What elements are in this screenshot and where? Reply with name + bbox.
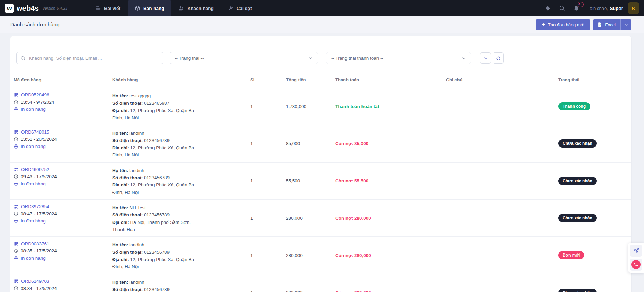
- search-input[interactable]: [16, 52, 163, 64]
- more-filters-button[interactable]: [480, 52, 491, 64]
- order-grid-icon: [14, 167, 19, 172]
- notification-badge: 6+: [577, 2, 583, 7]
- call-button[interactable]: [630, 259, 642, 271]
- status-badge: Đơn mới: [558, 251, 584, 259]
- excel-button-group: Excel: [593, 19, 631, 30]
- order-note: [446, 88, 558, 125]
- order-quantity: 1: [250, 274, 286, 292]
- brand-name: web4s: [17, 4, 39, 12]
- payment-status: Còn nợ: 280,000: [335, 216, 371, 221]
- order-time: 08:47 - 17/5/2024: [14, 211, 108, 216]
- greeting-text: Xin chào,: [590, 6, 608, 11]
- customer-phone: 0123465987: [144, 101, 170, 106]
- customer-name: test ggggg: [129, 93, 151, 98]
- column-header-payment: Thanh toán: [335, 77, 446, 82]
- customer-name: NH Test: [129, 205, 146, 210]
- menu-item-customers[interactable]: Khách hàng: [171, 0, 221, 16]
- search-icon: [20, 56, 26, 61]
- table-header: Mã đơn hàng Khách hàng SL Tổng tiền Than…: [10, 72, 631, 88]
- order-note: [446, 274, 558, 292]
- excel-export-button[interactable]: Excel: [593, 19, 620, 30]
- order-note: [446, 200, 558, 236]
- customers-icon: [178, 5, 184, 11]
- order-id-link[interactable]: ORD6149703: [14, 279, 108, 284]
- chevron-down-icon: [483, 56, 488, 61]
- order-quantity: 1: [250, 163, 286, 199]
- refresh-icon: [496, 56, 501, 61]
- print-order-link[interactable]: In đơn hàng: [14, 256, 108, 261]
- order-quantity: 1: [250, 237, 286, 274]
- orders-body: ORD0528496 13:54 - 9/7/2024 In đơn hàng …: [10, 88, 631, 292]
- customer-info: Họ tên: landinh Số điện thoại: 012345678…: [112, 125, 214, 162]
- order-time: 08:34 - 17/5/2024: [14, 286, 108, 291]
- order-time: 13:51 - 20/5/2024: [14, 137, 108, 142]
- orders-card: -- Trạng thái -- -- Trạng thái thanh toá…: [10, 36, 631, 292]
- notifications-button[interactable]: 6+: [573, 5, 579, 11]
- print-order-link[interactable]: In đơn hàng: [14, 218, 108, 224]
- order-grid-icon: [14, 204, 19, 209]
- customer-name: landinh: [129, 280, 144, 285]
- chevron-down-icon: [462, 56, 466, 60]
- navbar-right: 6+ Xin chào, Super S: [537, 2, 639, 14]
- printer-icon: [14, 107, 18, 112]
- customer-name: landinh: [129, 168, 144, 173]
- customer-phone: 0123456789: [144, 212, 170, 217]
- menu-item-posts[interactable]: Bài viết: [88, 0, 128, 16]
- table-row: ORD4609752 09:43 - 17/5/2024 In đơn hàng…: [10, 163, 631, 200]
- table-row: ORD3972854 08:47 - 17/5/2024 In đơn hàng…: [10, 200, 631, 237]
- order-grid-icon: [14, 92, 19, 97]
- payment-status-filter-select[interactable]: -- Trạng thái thanh toán --: [326, 52, 471, 64]
- print-order-link[interactable]: In đơn hàng: [14, 107, 108, 112]
- customer-phone: 0123456789: [144, 287, 170, 292]
- order-total: 1,730,000: [286, 88, 335, 125]
- print-order-link[interactable]: In đơn hàng: [14, 144, 108, 149]
- order-id-link[interactable]: ORD3972854: [14, 204, 108, 209]
- column-header-customer: Khách hàng: [112, 77, 250, 82]
- create-order-button[interactable]: + Tạo đơn hàng mới: [536, 19, 590, 30]
- column-header-total: Tổng tiền: [286, 77, 335, 82]
- status-badge: Chưa xác nhận: [558, 139, 597, 148]
- modules-button[interactable]: [545, 5, 551, 11]
- sales-cube-icon: [135, 5, 140, 11]
- logo-icon: W: [5, 4, 14, 13]
- menu-item-sales[interactable]: Bán hàng: [128, 0, 172, 16]
- column-header-status: Trạng thái: [558, 77, 628, 82]
- order-id-link[interactable]: ORD9083761: [14, 241, 108, 246]
- order-time: 13:54 - 9/7/2024: [14, 99, 108, 105]
- printer-icon: [14, 256, 18, 261]
- status-badge: Chưa xác nhận: [558, 214, 597, 222]
- customer-name: landinh: [129, 130, 144, 136]
- customer-name: landinh: [129, 242, 144, 247]
- order-time: 09:43 - 17/5/2024: [14, 174, 108, 179]
- order-id-link[interactable]: ORD0528496: [14, 92, 108, 97]
- order-note: [446, 163, 558, 199]
- menu-item-settings[interactable]: Cài đặt: [221, 0, 259, 16]
- order-total: 280,000: [286, 274, 335, 292]
- order-total: 280,000: [286, 200, 335, 236]
- brand-logo[interactable]: W web4s Version 5.4.23: [5, 4, 67, 13]
- avatar[interactable]: S: [628, 2, 639, 14]
- refresh-button[interactable]: [493, 52, 504, 64]
- table-row: ORD6748015 13:51 - 20/5/2024 In đơn hàng…: [10, 125, 631, 162]
- settings-wrench-icon: [228, 5, 234, 11]
- search-button[interactable]: [559, 5, 565, 11]
- status-badge: Thành công: [558, 102, 590, 110]
- send-message-button[interactable]: [630, 245, 642, 257]
- clock-icon: [14, 174, 18, 179]
- payment-status: Còn nợ: 280,000: [335, 290, 371, 292]
- excel-dropdown-button[interactable]: [620, 19, 631, 30]
- customer-phone: 0123456789: [144, 175, 170, 180]
- column-header-note: Ghi chú: [446, 77, 558, 82]
- page-title: Danh sách đơn hàng: [10, 21, 60, 28]
- order-id-link[interactable]: ORD4609752: [14, 167, 108, 172]
- order-note: [446, 237, 558, 274]
- order-total: 85,000: [286, 125, 335, 162]
- print-order-link[interactable]: In đơn hàng: [14, 181, 108, 186]
- main-menu: Bài viết Bán hàng Khách hàng Cài đặt: [88, 0, 259, 16]
- phone-icon: [631, 260, 641, 269]
- order-id-link[interactable]: ORD6748015: [14, 129, 108, 135]
- status-filter-select[interactable]: -- Trạng thái --: [170, 52, 318, 64]
- table-row: ORD0528496 13:54 - 9/7/2024 In đơn hàng …: [10, 88, 631, 125]
- printer-icon: [14, 144, 18, 149]
- order-grid-icon: [14, 129, 19, 135]
